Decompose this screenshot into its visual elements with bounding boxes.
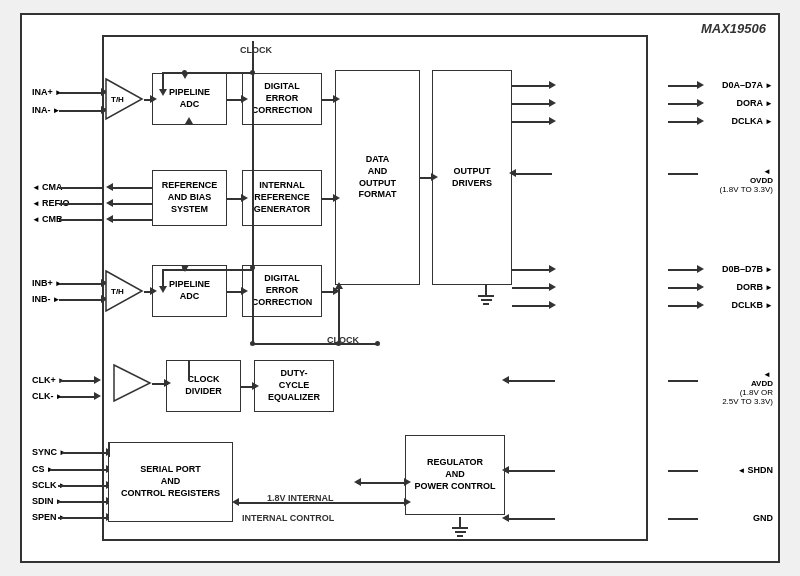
signal-avdd: AVDD (1.8V OR 2.5V TO 3.3V) [722, 370, 773, 406]
wire-dce-out [334, 343, 377, 345]
arrow-th-pipeline-b [150, 287, 157, 295]
wire-ovdd-line [512, 173, 552, 175]
ground-symbol-2 [452, 517, 468, 537]
ref-bias-block: REFERENCEAND BIASSYSTEM [152, 170, 227, 226]
arrow-data-od [431, 173, 438, 181]
arrow-irg-df [333, 194, 340, 202]
arrow-pipeline-dec-b [241, 287, 248, 295]
arrow-d0b [697, 265, 704, 273]
arrow-od-dclka [549, 117, 556, 125]
signal-cmb: CMB [32, 214, 62, 224]
arrow-od-dclkb [549, 301, 556, 309]
arrow-clock-thb [159, 286, 167, 293]
arrow-cmb [106, 215, 113, 223]
arrow-18v-left [354, 478, 361, 486]
signal-dclka: DCLKA [732, 116, 773, 126]
wire-inb-plus [59, 283, 104, 285]
arrow-18v-right [404, 478, 411, 486]
signal-dorb: DORB [737, 282, 773, 292]
ground-symbol-1 [478, 285, 494, 305]
arrow-gnd [502, 514, 509, 522]
signal-shdn: SHDN [738, 465, 773, 475]
wire-div-up [188, 360, 190, 380]
svg-text:T/H: T/H [111, 287, 124, 296]
clock-buffer-block [112, 363, 152, 403]
signal-gnd: GND [753, 513, 773, 523]
signal-clk-minus: CLK- [32, 391, 63, 401]
wire-od-d0a [512, 85, 552, 87]
wire-spen [58, 517, 109, 519]
arrow-clock-th-a [159, 89, 167, 96]
arrow-th-pipeline-a [150, 95, 157, 103]
wire-clock-thb-h [162, 269, 253, 271]
th-a-block: T/H [104, 77, 144, 121]
wire-dclkb [668, 305, 698, 307]
wire-inb-minus [59, 299, 104, 301]
arrow-od-d0b [549, 265, 556, 273]
wire-gnd [668, 518, 698, 520]
wire-clk-minus [60, 396, 97, 398]
wire-avdd [668, 380, 698, 382]
arrow-dora [697, 99, 704, 107]
arrow-dorb [697, 283, 704, 291]
wire-od-dclka [512, 121, 552, 123]
arrow-clock-df [335, 282, 343, 289]
wire-shdn [668, 470, 698, 472]
wire-cma-rb [109, 187, 153, 189]
wire-avdd-line [505, 380, 555, 382]
wire-sync [62, 452, 109, 454]
wire-od-dorb [512, 287, 552, 289]
signal-cma: CMA [32, 182, 62, 192]
digital-error-b: DIGITALERRORCORRECTION [242, 265, 322, 317]
arrow-buf-div [164, 379, 171, 387]
arrow-refio [106, 199, 113, 207]
svg-marker-4 [114, 365, 150, 401]
arrow-cma [106, 183, 113, 191]
chip-label: MAX19506 [701, 21, 766, 36]
wire-cmb-rb [109, 219, 153, 221]
arrow-rb-irg [241, 194, 248, 202]
signal-d0b-d7b: D0B–D7B [722, 264, 773, 274]
wire-od-dora [512, 103, 552, 105]
wire-clock-top-v [252, 41, 254, 73]
arrow-div-up [185, 117, 193, 124]
signal-ovdd: OVDD (1.8V TO 3.3V) [719, 167, 773, 194]
duty-cycle: DUTY-CYCLEEQUALIZER [254, 360, 334, 412]
wire-sdin [58, 501, 109, 503]
wire-clock-main-v [252, 73, 254, 343]
arrow-clk-plus [94, 376, 101, 384]
arrow-shdn [502, 466, 509, 474]
wire-d0a [668, 85, 698, 87]
wire-refio [59, 203, 104, 205]
signal-ina-minus: INA- [32, 105, 60, 115]
signal-inb-minus: INB- [32, 294, 60, 304]
wire-ina-minus [59, 110, 104, 112]
arrow-od-d0a [549, 81, 556, 89]
arrow-clk-minus [94, 392, 101, 400]
svg-text:T/H: T/H [111, 95, 124, 104]
signal-dora: DORA [737, 98, 773, 108]
wire-ctrl [235, 502, 407, 504]
wire-refio-rb [109, 203, 153, 205]
clock-divider: CLOCKDIVIDER [166, 360, 241, 412]
signal-d0a-d7a: D0A–D7A [722, 80, 773, 90]
data-output-format: DATAANDOUTPUTFORMAT [335, 70, 420, 285]
wire-od-dclkb [512, 305, 552, 307]
wire-cma [59, 187, 104, 189]
wire-ovdd [668, 173, 698, 175]
wire-d0b [668, 269, 698, 271]
wire-gnd-reg [505, 518, 555, 520]
arrow-div-dce [252, 382, 259, 390]
wire-od-d0b [512, 269, 552, 271]
arrow-d0a [697, 81, 704, 89]
arrow-dclkb [697, 301, 704, 309]
wire-serial-sync [108, 442, 110, 457]
arrow-ovdd [509, 169, 516, 177]
wire-cmb [59, 219, 104, 221]
wire-shdn-reg [505, 470, 555, 472]
signal-dclkb: DCLKB [732, 300, 773, 310]
arrow-ctrl-right [404, 498, 411, 506]
digital-error-a: DIGITALERRORCORRECTION [242, 73, 322, 125]
wire-dclka [668, 121, 698, 123]
arrow-pipeline-dec-a [241, 95, 248, 103]
